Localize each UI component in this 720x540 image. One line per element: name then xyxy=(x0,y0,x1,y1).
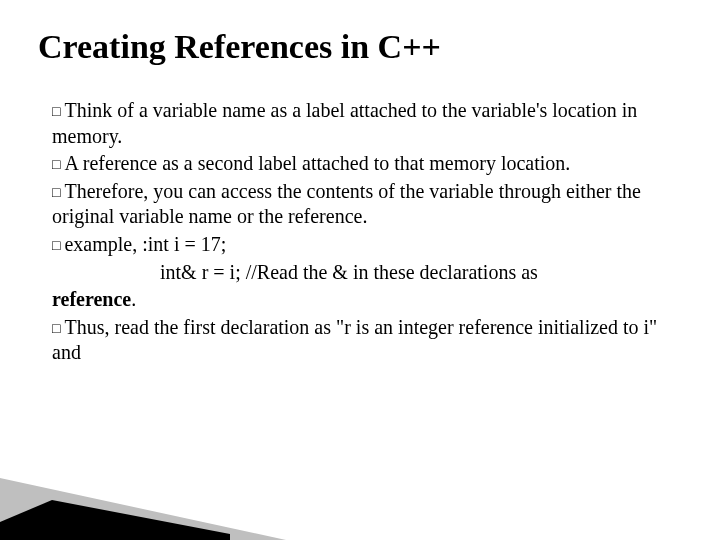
slide: Creating References in C++ □Think of a v… xyxy=(0,0,720,540)
bullet-4-line2: int& r = i; //Read the & in these declar… xyxy=(160,260,672,286)
bullet-5: □Thus, read the first declaration as "r … xyxy=(52,315,672,366)
bullet-1-lead: Think xyxy=(64,99,112,121)
svg-marker-0 xyxy=(0,500,230,540)
bullet-4-line3: reference. xyxy=(52,287,672,313)
bullet-4-lead: example, xyxy=(64,233,137,255)
bullet-4-line2b: reference xyxy=(52,288,131,310)
bullet-3-lead: Therefore, xyxy=(64,180,148,202)
bullet-icon: □ xyxy=(52,157,60,172)
bullet-4-rest: :int i = 17; xyxy=(137,233,226,255)
slide-body: □Think of a variable name as a label att… xyxy=(52,98,672,368)
bullet-4-line2a: int& r = i; //Read the & in these declar… xyxy=(160,261,538,283)
bullet-4: □example, :int i = 17; xyxy=(52,232,672,258)
bullet-icon: □ xyxy=(52,104,60,119)
bullet-4-line2c: . xyxy=(131,288,136,310)
bullet-icon: □ xyxy=(52,321,60,336)
bullet-2-rest: reference as a second label attached to … xyxy=(78,152,571,174)
corner-decoration-black xyxy=(0,482,230,540)
bullet-icon: □ xyxy=(52,238,60,253)
bullet-5-rest: read the first declaration as "r is an i… xyxy=(52,316,657,364)
bullet-1: □Think of a variable name as a label att… xyxy=(52,98,672,149)
bullet-3: □Therefore, you can access the contents … xyxy=(52,179,672,230)
bullet-2: □A reference as a second label attached … xyxy=(52,151,672,177)
slide-title: Creating References in C++ xyxy=(38,28,441,66)
bullet-1-rest: of a variable name as a label attached t… xyxy=(52,99,637,147)
bullet-2-lead: A xyxy=(64,152,77,174)
bullet-5-lead: Thus, xyxy=(64,316,109,338)
bullet-icon: □ xyxy=(52,185,60,200)
